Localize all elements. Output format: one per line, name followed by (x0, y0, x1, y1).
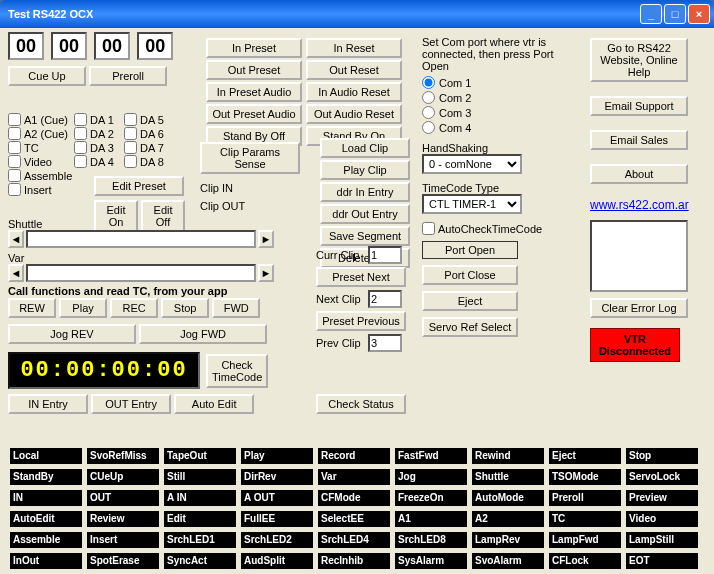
status-still: Still (164, 469, 236, 485)
status-lampstill: LampStill (626, 532, 698, 548)
play-button[interactable]: Play (59, 298, 107, 318)
left-arrow-icon[interactable]: ◄ (8, 230, 24, 248)
chk-da8[interactable]: DA 8 (124, 155, 174, 168)
com2-radio[interactable]: Com 2 (422, 91, 562, 104)
out-preset-button[interactable]: Out Preset (206, 60, 302, 80)
email-support-button[interactable]: Email Support (590, 96, 688, 116)
out-entry-button[interactable]: OUT Entry (91, 394, 171, 414)
in-preset-button[interactable]: In Preset (206, 38, 302, 58)
out-preset-audio-button[interactable]: Out Preset Audio (206, 104, 302, 124)
status-grid: LocalSvoRefMissTapeOutPlayRecordFastFwdR… (10, 448, 698, 574)
website-help-button[interactable]: Go to RS422 Website, Online Help (590, 38, 688, 82)
about-button[interactable]: About (590, 164, 688, 184)
call-functions-label: Call functions and read TC, from your ap… (8, 285, 274, 297)
status-insert: Insert (87, 532, 159, 548)
out-reset-button[interactable]: Out Reset (306, 60, 402, 80)
save-segment-button[interactable]: Save Segment (320, 226, 410, 246)
chk-insert[interactable]: Insert (8, 183, 74, 196)
out-audio-reset-button[interactable]: Out Audio Reset (306, 104, 402, 124)
chk-da3[interactable]: DA 3 (74, 141, 124, 154)
rec-button[interactable]: REC (110, 298, 158, 318)
chk-da5[interactable]: DA 5 (124, 113, 174, 126)
status-tsomode: TSOMode (549, 469, 621, 485)
chk-a1cue[interactable]: A1 (Cue) (8, 113, 74, 126)
clip-params-sense-button[interactable]: Clip Params Sense (200, 142, 300, 174)
com1-radio[interactable]: Com 1 (422, 76, 562, 89)
port-open-button[interactable]: Port Open (422, 241, 518, 259)
ddr-out-entry-button[interactable]: ddr Out Entry (320, 204, 410, 224)
jog-rev-button[interactable]: Jog REV (8, 324, 136, 344)
in-audio-reset-button[interactable]: In Audio Reset (306, 82, 402, 102)
left-arrow-icon[interactable]: ◄ (8, 264, 24, 282)
cue-up-button[interactable]: Cue Up (8, 66, 86, 86)
status-cfmode: CFMode (318, 490, 390, 506)
load-clip-button[interactable]: Load Clip (320, 138, 410, 158)
in-entry-button[interactable]: IN Entry (8, 394, 88, 414)
chk-da7[interactable]: DA 7 (124, 141, 174, 154)
website-link[interactable]: www.rs422.com.ar (590, 198, 690, 212)
status-svorefmiss: SvoRefMiss (87, 448, 159, 464)
servo-ref-button[interactable]: Servo Ref Select (422, 317, 518, 337)
chk-a2cue[interactable]: A2 (Cue) (8, 127, 74, 140)
status-a2: A2 (472, 511, 544, 527)
check-status-button[interactable]: Check Status (316, 394, 406, 414)
status-inout: InOut (10, 553, 82, 569)
check-timecode-button[interactable]: Check TimeCode (206, 354, 268, 388)
clear-error-log-button[interactable]: Clear Error Log (590, 298, 688, 318)
chk-da4[interactable]: DA 4 (74, 155, 124, 168)
status-audsplit: AudSplit (241, 553, 313, 569)
curr-clip-input[interactable] (368, 246, 402, 264)
var-slider[interactable]: ◄ ► (8, 264, 274, 282)
status-shuttle: Shuttle (472, 469, 544, 485)
status-cueup: CUeUp (87, 469, 159, 485)
com4-radio[interactable]: Com 4 (422, 121, 562, 134)
email-sales-button[interactable]: Email Sales (590, 130, 688, 150)
ddr-in-entry-button[interactable]: ddr In Entry (320, 182, 410, 202)
chk-da1[interactable]: DA 1 (74, 113, 124, 126)
minimize-button[interactable]: _ (640, 4, 662, 24)
status-a1: A1 (395, 511, 467, 527)
in-preset-audio-button[interactable]: In Preset Audio (206, 82, 302, 102)
in-reset-button[interactable]: In Reset (306, 38, 402, 58)
client-area: 00 00 00 00 Cue Up Preroll A1 (Cue) A2 (… (0, 28, 714, 574)
status-cflock: CFLock (549, 553, 621, 569)
counter-3: 00 (137, 32, 173, 60)
status-srchled2: SrchLED2 (241, 532, 313, 548)
close-button[interactable]: × (688, 4, 710, 24)
status-edit: Edit (164, 511, 236, 527)
status-srchled1: SrchLED1 (164, 532, 236, 548)
right-arrow-icon[interactable]: ► (258, 264, 274, 282)
handshaking-select[interactable]: 0 - comNone (422, 154, 522, 174)
maximize-button[interactable]: □ (664, 4, 686, 24)
chk-da2[interactable]: DA 2 (74, 127, 124, 140)
autocheck-tc-checkbox[interactable]: AutoCheckTimeCode (422, 222, 562, 235)
chk-tc[interactable]: TC (8, 141, 74, 154)
stop-button[interactable]: Stop (161, 298, 209, 318)
eject-button[interactable]: Eject (422, 291, 518, 311)
status-jog: Jog (395, 469, 467, 485)
prev-clip-input[interactable] (368, 334, 402, 352)
chk-assemble[interactable]: Assemble (8, 169, 74, 182)
fwd-button[interactable]: FWD (212, 298, 260, 318)
auto-edit-button[interactable]: Auto Edit (174, 394, 254, 414)
preroll-button[interactable]: Preroll (89, 66, 167, 86)
next-clip-input[interactable] (368, 290, 402, 308)
chk-video[interactable]: Video (8, 155, 74, 168)
status-recinhib: RecInhib (318, 553, 390, 569)
shuttle-slider[interactable]: ◄ ► (8, 230, 274, 248)
timecode-type-select[interactable]: CTL TIMER-1 (422, 194, 522, 214)
right-arrow-icon[interactable]: ► (258, 230, 274, 248)
rew-button[interactable]: REW (8, 298, 56, 318)
preset-next-button[interactable]: Preset Next (316, 267, 406, 287)
timecode-display: 00:00:00:00 (8, 352, 200, 389)
timecode-type-label: TimeCode Type (422, 182, 562, 194)
jog-fwd-button[interactable]: Jog FWD (139, 324, 267, 344)
status-fastfwd: FastFwd (395, 448, 467, 464)
com3-radio[interactable]: Com 3 (422, 106, 562, 119)
edit-preset-button[interactable]: Edit Preset (94, 176, 184, 196)
preset-prev-button[interactable]: Preset Previous (316, 311, 406, 331)
var-label: Var (8, 252, 274, 264)
play-clip-button[interactable]: Play Clip (320, 160, 410, 180)
port-close-button[interactable]: Port Close (422, 265, 518, 285)
chk-da6[interactable]: DA 6 (124, 127, 174, 140)
